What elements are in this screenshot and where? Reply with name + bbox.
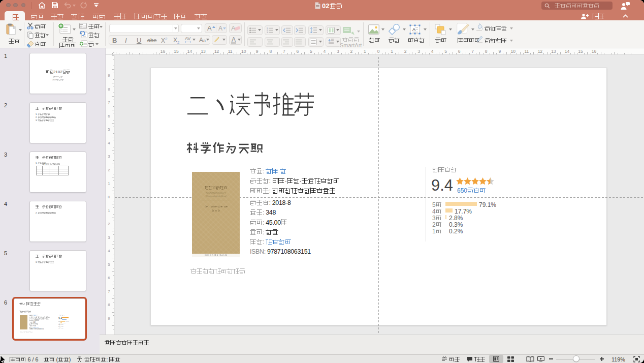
- svg-text:3: 3: [267, 31, 268, 33]
- svg-text:A: A: [412, 27, 415, 32]
